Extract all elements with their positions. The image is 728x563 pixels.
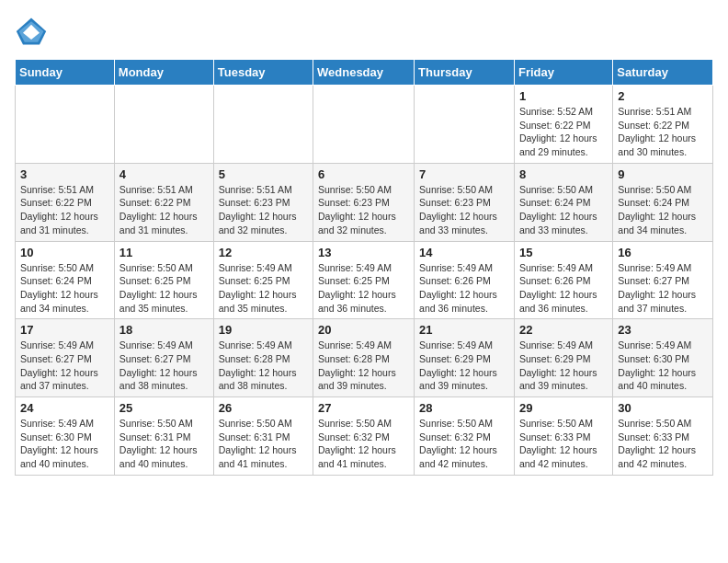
day-header: Wednesday xyxy=(313,60,415,86)
calendar-cell: 8Sunrise: 5:50 AM Sunset: 6:24 PM Daylig… xyxy=(514,163,612,241)
day-detail: Sunrise: 5:49 AM Sunset: 6:29 PM Dayligh… xyxy=(419,339,509,393)
calendar-week: 24Sunrise: 5:49 AM Sunset: 6:30 PM Dayli… xyxy=(16,397,713,476)
day-header: Saturday xyxy=(613,60,713,86)
day-number: 20 xyxy=(318,323,409,337)
day-detail: Sunrise: 5:51 AM Sunset: 6:23 PM Dayligh… xyxy=(219,183,308,237)
day-number: 26 xyxy=(219,401,308,415)
calendar-cell: 21Sunrise: 5:49 AM Sunset: 6:29 PM Dayli… xyxy=(415,319,515,397)
day-number: 27 xyxy=(318,401,409,415)
day-number: 22 xyxy=(519,323,608,337)
calendar-cell: 16Sunrise: 5:49 AM Sunset: 6:27 PM Dayli… xyxy=(613,241,713,319)
day-header: Friday xyxy=(514,60,612,86)
day-header: Thursday xyxy=(415,60,515,86)
day-detail: Sunrise: 5:50 AM Sunset: 6:24 PM Dayligh… xyxy=(519,183,608,237)
day-detail: Sunrise: 5:51 AM Sunset: 6:22 PM Dayligh… xyxy=(20,183,109,237)
day-detail: Sunrise: 5:50 AM Sunset: 6:33 PM Dayligh… xyxy=(519,417,608,471)
calendar-cell: 12Sunrise: 5:49 AM Sunset: 6:25 PM Dayli… xyxy=(213,241,313,319)
day-number: 14 xyxy=(419,246,509,259)
day-number: 3 xyxy=(20,167,109,181)
day-detail: Sunrise: 5:49 AM Sunset: 6:27 PM Dayligh… xyxy=(119,339,209,393)
calendar-cell: 29Sunrise: 5:50 AM Sunset: 6:33 PM Dayli… xyxy=(514,397,612,476)
day-number: 10 xyxy=(20,246,109,259)
day-header: Monday xyxy=(114,60,213,86)
day-number: 28 xyxy=(419,401,509,415)
calendar-week: 10Sunrise: 5:50 AM Sunset: 6:24 PM Dayli… xyxy=(16,241,713,319)
day-number: 16 xyxy=(618,246,708,259)
day-detail: Sunrise: 5:51 AM Sunset: 6:22 PM Dayligh… xyxy=(119,183,209,237)
day-number: 17 xyxy=(20,323,109,337)
calendar-cell xyxy=(114,86,213,164)
calendar-cell: 13Sunrise: 5:49 AM Sunset: 6:25 PM Dayli… xyxy=(313,241,415,319)
day-number: 9 xyxy=(618,167,708,181)
calendar-cell: 19Sunrise: 5:49 AM Sunset: 6:28 PM Dayli… xyxy=(213,319,313,397)
day-number: 4 xyxy=(119,167,209,181)
day-number: 30 xyxy=(618,401,708,415)
day-number: 29 xyxy=(519,401,608,415)
calendar-cell: 20Sunrise: 5:49 AM Sunset: 6:28 PM Dayli… xyxy=(313,319,415,397)
calendar-cell: 25Sunrise: 5:50 AM Sunset: 6:31 PM Dayli… xyxy=(114,397,213,476)
calendar-cell xyxy=(313,86,415,164)
calendar: SundayMondayTuesdayWednesdayThursdayFrid… xyxy=(15,59,713,476)
day-detail: Sunrise: 5:49 AM Sunset: 6:27 PM Dayligh… xyxy=(20,339,109,393)
day-detail: Sunrise: 5:50 AM Sunset: 6:32 PM Dayligh… xyxy=(318,417,409,471)
day-number: 19 xyxy=(219,323,308,337)
calendar-cell: 28Sunrise: 5:50 AM Sunset: 6:32 PM Dayli… xyxy=(415,397,515,476)
day-detail: Sunrise: 5:49 AM Sunset: 6:26 PM Dayligh… xyxy=(419,261,509,316)
day-number: 18 xyxy=(119,323,209,337)
day-number: 6 xyxy=(318,167,409,181)
day-detail: Sunrise: 5:50 AM Sunset: 6:24 PM Dayligh… xyxy=(20,261,109,316)
day-number: 5 xyxy=(219,167,308,181)
day-detail: Sunrise: 5:49 AM Sunset: 6:27 PM Dayligh… xyxy=(618,261,708,316)
calendar-cell: 24Sunrise: 5:49 AM Sunset: 6:30 PM Dayli… xyxy=(16,397,115,476)
calendar-cell: 7Sunrise: 5:50 AM Sunset: 6:23 PM Daylig… xyxy=(415,163,515,241)
calendar-cell: 22Sunrise: 5:49 AM Sunset: 6:29 PM Dayli… xyxy=(514,319,612,397)
calendar-cell: 26Sunrise: 5:50 AM Sunset: 6:31 PM Dayli… xyxy=(213,397,313,476)
calendar-cell: 5Sunrise: 5:51 AM Sunset: 6:23 PM Daylig… xyxy=(213,163,313,241)
day-detail: Sunrise: 5:50 AM Sunset: 6:31 PM Dayligh… xyxy=(119,417,209,471)
calendar-cell: 4Sunrise: 5:51 AM Sunset: 6:22 PM Daylig… xyxy=(114,163,213,241)
day-number: 15 xyxy=(519,246,608,259)
day-detail: Sunrise: 5:49 AM Sunset: 6:25 PM Dayligh… xyxy=(219,261,308,316)
day-number: 11 xyxy=(119,246,209,259)
day-detail: Sunrise: 5:49 AM Sunset: 6:30 PM Dayligh… xyxy=(20,417,109,471)
calendar-cell: 15Sunrise: 5:49 AM Sunset: 6:26 PM Dayli… xyxy=(514,241,612,319)
calendar-header: SundayMondayTuesdayWednesdayThursdayFrid… xyxy=(16,60,713,86)
day-header: Tuesday xyxy=(213,60,313,86)
calendar-cell xyxy=(16,86,115,164)
calendar-cell: 2Sunrise: 5:51 AM Sunset: 6:22 PM Daylig… xyxy=(613,86,713,164)
day-detail: Sunrise: 5:50 AM Sunset: 6:33 PM Dayligh… xyxy=(618,417,708,471)
day-detail: Sunrise: 5:50 AM Sunset: 6:31 PM Dayligh… xyxy=(219,417,308,471)
calendar-cell: 6Sunrise: 5:50 AM Sunset: 6:23 PM Daylig… xyxy=(313,163,415,241)
calendar-cell: 10Sunrise: 5:50 AM Sunset: 6:24 PM Dayli… xyxy=(16,241,115,319)
calendar-week: 1Sunrise: 5:52 AM Sunset: 6:22 PM Daylig… xyxy=(16,86,713,164)
calendar-cell: 27Sunrise: 5:50 AM Sunset: 6:32 PM Dayli… xyxy=(313,397,415,476)
day-number: 23 xyxy=(618,323,708,337)
calendar-cell: 17Sunrise: 5:49 AM Sunset: 6:27 PM Dayli… xyxy=(16,319,115,397)
page-header xyxy=(15,15,713,48)
day-number: 25 xyxy=(119,401,209,415)
logo xyxy=(15,15,51,48)
day-number: 1 xyxy=(519,89,608,103)
calendar-cell: 3Sunrise: 5:51 AM Sunset: 6:22 PM Daylig… xyxy=(16,163,115,241)
day-number: 8 xyxy=(519,167,608,181)
calendar-cell: 30Sunrise: 5:50 AM Sunset: 6:33 PM Dayli… xyxy=(613,397,713,476)
day-number: 13 xyxy=(318,246,409,259)
day-detail: Sunrise: 5:49 AM Sunset: 6:28 PM Dayligh… xyxy=(219,339,308,393)
calendar-body: 1Sunrise: 5:52 AM Sunset: 6:22 PM Daylig… xyxy=(16,86,713,476)
calendar-cell xyxy=(213,86,313,164)
calendar-cell: 23Sunrise: 5:49 AM Sunset: 6:30 PM Dayli… xyxy=(613,319,713,397)
calendar-cell: 1Sunrise: 5:52 AM Sunset: 6:22 PM Daylig… xyxy=(514,86,612,164)
day-detail: Sunrise: 5:49 AM Sunset: 6:26 PM Dayligh… xyxy=(519,261,608,316)
day-detail: Sunrise: 5:50 AM Sunset: 6:25 PM Dayligh… xyxy=(119,261,209,316)
day-detail: Sunrise: 5:50 AM Sunset: 6:23 PM Dayligh… xyxy=(419,183,509,237)
day-number: 12 xyxy=(219,246,308,259)
day-number: 21 xyxy=(419,323,509,337)
day-number: 7 xyxy=(419,167,509,181)
calendar-cell xyxy=(415,86,515,164)
logo-icon xyxy=(15,15,48,48)
day-detail: Sunrise: 5:49 AM Sunset: 6:28 PM Dayligh… xyxy=(318,339,409,393)
calendar-cell: 14Sunrise: 5:49 AM Sunset: 6:26 PM Dayli… xyxy=(415,241,515,319)
day-detail: Sunrise: 5:50 AM Sunset: 6:32 PM Dayligh… xyxy=(419,417,509,471)
day-header: Sunday xyxy=(16,60,115,86)
calendar-week: 3Sunrise: 5:51 AM Sunset: 6:22 PM Daylig… xyxy=(16,163,713,241)
